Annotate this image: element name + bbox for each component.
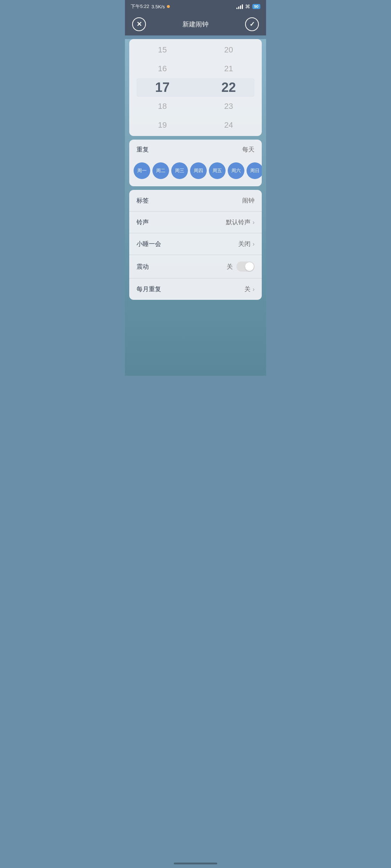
hour-column[interactable]: 15 16 17 18 19 <box>129 39 196 136</box>
weekday-thu[interactable]: 周四 <box>190 162 207 179</box>
signal-icon <box>236 4 243 9</box>
status-right: ⌘ 90 <box>236 4 260 9</box>
ringtone-label: 铃声 <box>136 218 149 226</box>
close-icon: ✕ <box>136 20 142 28</box>
snooze-value: 关闭 <box>238 240 251 248</box>
weekday-fri[interactable]: 周五 <box>209 162 226 179</box>
minute-item-selected: 22 <box>196 78 262 97</box>
weekdays-row: 周一 周二 周三 周四 周五 周六 周日 <box>129 159 262 186</box>
time-picker-card: 15 16 17 18 19 20 21 22 23 24 <box>129 39 262 136</box>
minute-item-3: 23 <box>196 97 262 116</box>
ringtone-value-row: 默认铃声 › <box>226 218 255 226</box>
monthly-value: 关 <box>244 285 251 293</box>
snooze-chevron: › <box>253 241 255 247</box>
weekday-wed[interactable]: 周三 <box>171 162 188 179</box>
weekday-sat[interactable]: 周六 <box>228 162 244 179</box>
hour-item-1: 16 <box>129 59 196 78</box>
tag-value: 闹钟 <box>242 196 255 205</box>
ringtone-value: 默认铃声 <box>226 218 251 226</box>
page-title: 新建闹钟 <box>182 20 209 29</box>
status-time: 下午5:22 <box>131 3 149 10</box>
checkmark-icon: ✓ <box>249 20 255 28</box>
status-dot <box>167 5 170 8</box>
monthly-label: 每月重复 <box>136 285 161 293</box>
snooze-label: 小睡一会 <box>136 240 161 248</box>
content-area: 15 16 17 18 19 20 21 22 23 24 重复 每天 周一 <box>125 39 266 376</box>
repeat-label: 重复 <box>136 145 149 154</box>
vibrate-label: 震动 <box>136 263 149 271</box>
status-left: 下午5:22 3.5K/s <box>131 3 170 10</box>
vibrate-toggle-container: 关 <box>227 261 255 272</box>
weekday-sun[interactable]: 周日 <box>247 162 262 179</box>
tag-row[interactable]: 标签 闹钟 <box>129 190 262 212</box>
monthly-chevron: › <box>253 286 255 293</box>
minute-column[interactable]: 20 21 22 23 24 <box>196 39 262 136</box>
hour-item-4: 19 <box>129 116 196 135</box>
battery-badge: 90 <box>252 4 260 9</box>
settings-card: 标签 闹钟 铃声 默认铃声 › 小睡一会 关闭 › 震动 关 <box>129 190 262 300</box>
hour-item-selected: 17 <box>129 78 196 97</box>
title-bar: ✕ 新建闹钟 ✓ <box>125 13 266 35</box>
minute-item-0: 20 <box>196 41 262 59</box>
snooze-row[interactable]: 小睡一会 关闭 › <box>129 233 262 255</box>
status-bar: 下午5:22 3.5K/s ⌘ 90 <box>125 0 266 13</box>
monthly-row[interactable]: 每月重复 关 › <box>129 278 262 300</box>
battery-level: 90 <box>254 4 258 9</box>
tag-label: 标签 <box>136 196 149 205</box>
hour-item-3: 18 <box>129 97 196 116</box>
ringtone-row[interactable]: 铃声 默认铃声 › <box>129 212 262 233</box>
hour-item-0: 15 <box>129 41 196 59</box>
repeat-row[interactable]: 重复 每天 <box>129 140 262 159</box>
weekday-tue[interactable]: 周二 <box>152 162 169 179</box>
wifi-icon: ⌘ <box>245 4 250 9</box>
monthly-value-row: 关 › <box>244 285 255 293</box>
vibrate-row[interactable]: 震动 关 <box>129 255 262 278</box>
minute-item-4: 24 <box>196 116 262 135</box>
minute-item-1: 21 <box>196 59 262 78</box>
toggle-knob <box>245 262 254 271</box>
tag-value-row: 闹钟 <box>242 196 255 205</box>
repeat-card: 重复 每天 周一 周二 周三 周四 周五 周六 周日 <box>129 140 262 186</box>
confirm-button[interactable]: ✓ <box>245 17 259 31</box>
close-button[interactable]: ✕ <box>132 17 146 31</box>
weekday-mon[interactable]: 周一 <box>134 162 150 179</box>
vibrate-toggle[interactable] <box>236 261 255 272</box>
background-spacer <box>125 303 266 376</box>
status-speed: 3.5K/s <box>151 4 165 9</box>
ringtone-chevron: › <box>253 219 255 226</box>
vibrate-value: 关 <box>227 263 233 271</box>
repeat-value: 每天 <box>242 145 255 154</box>
time-picker[interactable]: 15 16 17 18 19 20 21 22 23 24 <box>129 39 262 136</box>
snooze-value-row: 关闭 › <box>238 240 255 248</box>
